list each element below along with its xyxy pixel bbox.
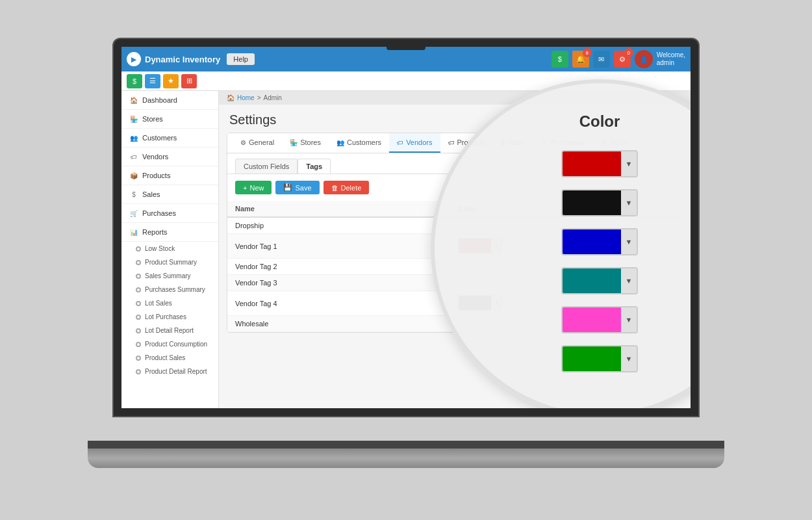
sidebar-sub-item-product-detail[interactable]: Product Detail Report xyxy=(121,365,218,378)
sub-label: Lot Sales xyxy=(145,300,172,307)
sidebar-item-sales[interactable]: $ Sales xyxy=(121,185,218,204)
sub-icon xyxy=(136,369,141,374)
magnify-content: Color ▼▼▼▼▼▼ xyxy=(542,93,657,404)
grid-quick-icon[interactable]: ⊞ xyxy=(181,74,197,88)
magnify-color-row[interactable]: ▼ xyxy=(561,306,638,333)
magnify-swatch xyxy=(563,307,621,332)
tab-label: General xyxy=(249,138,274,146)
cell-name: Vendor Tag 3 xyxy=(227,275,450,291)
sidebar-sub-item-product-sales[interactable]: Product Sales xyxy=(121,351,218,365)
magnify-color-btn[interactable]: ▼ xyxy=(561,189,638,216)
customers-icon: 👥 xyxy=(129,133,138,142)
magnify-arrow[interactable]: ▼ xyxy=(621,346,637,371)
sub-label: Low Stock xyxy=(145,245,175,252)
sidebar-sub-item-lot-sales[interactable]: Lot Sales xyxy=(121,296,218,310)
tab-customers[interactable]: 👥 Customers xyxy=(329,133,389,153)
sub-label: Lot Detail Report xyxy=(145,327,194,334)
magnify-arrow[interactable]: ▼ xyxy=(621,307,637,332)
magnify-swatch xyxy=(563,151,621,176)
sidebar-item-purchases[interactable]: 🛒 Purchases xyxy=(121,204,218,223)
tab-label: Stores xyxy=(300,138,321,146)
products-icon: 📦 xyxy=(129,171,138,180)
magnify-color-btn[interactable]: ▼ xyxy=(561,150,638,177)
sub-icon xyxy=(136,274,141,279)
sub-label: Lot Purchases xyxy=(145,313,186,320)
breadcrumb-home[interactable]: Home xyxy=(237,94,255,101)
cell-name: Vendor Tag 1 xyxy=(227,234,450,259)
magnify-color-btn[interactable]: ▼ xyxy=(561,306,638,333)
magnify-color-btn[interactable]: ▼ xyxy=(561,267,638,294)
cell-name: Dropship xyxy=(227,217,450,234)
help-button[interactable]: Help xyxy=(227,53,255,65)
sidebar-sub-item-product-summary[interactable]: Product Summary xyxy=(121,255,218,269)
laptop-screen: ▶ Dynamic Inventory Help $ 🔔 8 ✉ xyxy=(114,39,698,416)
sub-label: Product Consumption xyxy=(145,341,207,348)
navbar-user[interactable]: 👤 Welcome, admin xyxy=(635,50,685,68)
cell-name: Vendor Tag 2 xyxy=(227,259,450,275)
dollar-quick-icon[interactable]: $ xyxy=(127,74,142,88)
tab-stores[interactable]: 🏪 Stores xyxy=(282,133,329,153)
sub-label: Product Summary xyxy=(145,259,197,266)
magnify-color-row[interactable]: ▼ xyxy=(561,150,638,177)
vendors-icon: 🏷 xyxy=(397,139,403,146)
sidebar-sub-item-sales-summary[interactable]: Sales Summary xyxy=(121,269,218,283)
sidebar-item-stores[interactable]: 🏪 Stores xyxy=(121,110,218,129)
sidebar-item-dashboard[interactable]: 🏠 Dashboard xyxy=(121,91,218,110)
delete-button[interactable]: 🗑 Delete xyxy=(324,181,370,194)
save-icon: 💾 xyxy=(283,183,292,192)
sidebar-label: Sales xyxy=(142,190,160,198)
magnify-color-btn[interactable]: ▼ xyxy=(561,228,638,255)
sidebar-label: Reports xyxy=(142,228,168,236)
tab-general[interactable]: ⚙ General xyxy=(233,133,282,153)
sidebar-item-reports[interactable]: 📊 Reports xyxy=(121,223,218,242)
sidebar-item-vendors[interactable]: 🏷 Vendors xyxy=(121,148,218,166)
sub-tab-tags[interactable]: Tags xyxy=(298,159,331,174)
sub-icon xyxy=(136,342,141,347)
save-button[interactable]: 💾 Save xyxy=(275,181,319,194)
dollar-icon[interactable]: $ xyxy=(552,51,568,68)
magnify-color-btn[interactable]: ▼ xyxy=(561,345,638,372)
store-icon: 🏪 xyxy=(129,114,138,124)
sidebar-label: Purchases xyxy=(142,209,176,217)
sidebar-item-customers[interactable]: 👥 Customers xyxy=(121,129,218,148)
sidebar-sub-item-low-stock[interactable]: Low Stock xyxy=(121,242,218,255)
sidebar-sub-item-product-consumption[interactable]: Product Consumption xyxy=(121,337,218,351)
envelope-icon[interactable]: ✉ xyxy=(593,51,610,68)
brand-icon: ▶ xyxy=(127,52,141,66)
list-quick-icon[interactable]: ☰ xyxy=(145,74,160,88)
sidebar-item-products[interactable]: 📦 Products xyxy=(121,166,218,185)
sidebar-label: Dashboard xyxy=(142,96,177,104)
sub-icon xyxy=(136,260,141,265)
magnify-swatch xyxy=(563,268,621,293)
cell-name: Vendor Tag 4 xyxy=(227,291,450,316)
sidebar-sub-item-lot-purchases[interactable]: Lot Purchases xyxy=(121,310,218,324)
new-label: New xyxy=(249,184,264,192)
magnify-header: Color xyxy=(561,112,638,131)
magnify-rows: ▼▼▼▼▼▼ xyxy=(561,150,638,372)
magnify-arrow[interactable]: ▼ xyxy=(621,190,637,215)
sidebar-sub-item-lot-detail[interactable]: Lot Detail Report xyxy=(121,324,218,337)
laptop-notch xyxy=(387,46,425,50)
sidebar-sub-item-purchases-summary[interactable]: Purchases Summary xyxy=(121,283,218,296)
sub-icon xyxy=(136,315,141,320)
magnify-arrow[interactable]: ▼ xyxy=(621,268,637,293)
general-icon: ⚙ xyxy=(240,139,246,146)
tab-label: Customers xyxy=(347,138,381,146)
sub-label: Sales Summary xyxy=(145,272,191,280)
tab-vendors[interactable]: 🏷 Vendors xyxy=(389,133,440,153)
magnify-arrow[interactable]: ▼ xyxy=(621,151,637,176)
cog-icon[interactable]: ⚙ 0 xyxy=(614,51,631,68)
brand[interactable]: ▶ Dynamic Inventory xyxy=(127,52,220,66)
magnify-color-row[interactable]: ▼ xyxy=(561,345,638,372)
new-button[interactable]: + New xyxy=(235,181,272,194)
col-name: Name xyxy=(227,201,450,217)
bell-icon[interactable]: 🔔 8 xyxy=(572,51,589,68)
magnify-color-row[interactable]: ▼ xyxy=(561,267,638,294)
sub-icon xyxy=(136,246,141,252)
sub-tab-custom-fields[interactable]: Custom Fields xyxy=(235,159,298,174)
brand-name: Dynamic Inventory xyxy=(145,55,220,64)
magnify-arrow[interactable]: ▼ xyxy=(621,229,637,254)
magnify-color-row[interactable]: ▼ xyxy=(561,228,638,255)
star-quick-icon[interactable]: ★ xyxy=(163,74,179,88)
magnify-color-row[interactable]: ▼ xyxy=(561,189,638,216)
